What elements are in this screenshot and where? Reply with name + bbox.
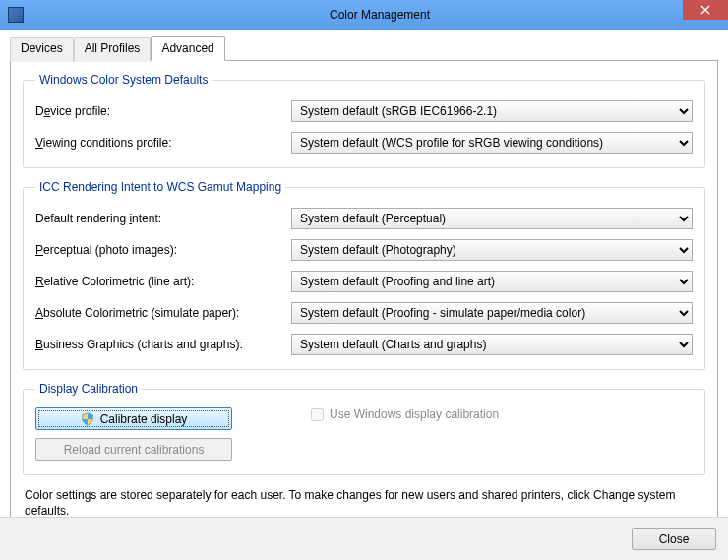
tab-strip: Devices All Profiles Advanced (10, 35, 718, 61)
tab-all-profiles-label: All Profiles (85, 41, 141, 55)
business-combo[interactable]: System default (Charts and graphs) (291, 334, 693, 355)
use-windows-calibration-label: Use Windows display calibration (330, 407, 499, 421)
group-wcs-defaults: Windows Color System Defaults Device pro… (23, 73, 705, 168)
absolute-label: Absolute Colorimetric (simulate paper): (35, 306, 291, 320)
viewing-conditions-label: Viewing conditions profile: (35, 136, 291, 150)
close-button[interactable]: Close (632, 528, 716, 550)
calibration-content: Calibrate display Reload current calibra… (35, 405, 693, 461)
group-icc-mapping: ICC Rendering Intent to WCS Gamut Mappin… (23, 180, 705, 370)
default-intent-combo[interactable]: System default (Perceptual) (291, 208, 693, 229)
uac-shield-icon (81, 412, 94, 426)
row-default-intent: Default rendering intent: System default… (35, 208, 693, 229)
row-device-profile: Device profile: System default (sRGB IEC… (35, 100, 693, 122)
default-intent-label: Default rendering intent: (35, 212, 291, 225)
calibrate-display-label: Calibrate display (100, 412, 188, 426)
close-icon (700, 5, 710, 15)
use-windows-calibration-row: Use Windows display calibration (311, 407, 499, 421)
tab-panel-advanced: Windows Color System Defaults Device pro… (10, 61, 718, 560)
row-business: Business Graphics (charts and graphs): S… (35, 334, 693, 355)
device-profile-combo[interactable]: System default (sRGB IEC61966-2.1) (291, 100, 693, 122)
absolute-combo[interactable]: System default (Proofing - simulate pape… (291, 302, 693, 324)
group-wcs-defaults-legend: Windows Color System Defaults (35, 73, 212, 87)
window-close-button[interactable] (683, 0, 728, 20)
tab-devices[interactable]: Devices (10, 37, 74, 62)
tab-devices-label: Devices (21, 41, 63, 55)
dialog-content: Devices All Profiles Advanced Windows Co… (0, 30, 728, 560)
device-profile-label: Device profile: (35, 104, 291, 118)
row-viewing-conditions: Viewing conditions profile: System defau… (35, 132, 693, 154)
row-perceptual: Perceptual (photo images): System defaul… (35, 239, 693, 261)
group-display-calibration-legend: Display Calibration (35, 382, 142, 396)
tab-advanced[interactable]: Advanced (151, 36, 224, 61)
tab-advanced-label: Advanced (161, 41, 213, 55)
perceptual-label: Perceptual (photo images): (35, 243, 291, 257)
app-icon (8, 7, 24, 23)
calibrate-display-button[interactable]: Calibrate display (35, 407, 232, 430)
relative-combo[interactable]: System default (Proofing and line art) (291, 271, 693, 292)
window-titlebar: Color Management (0, 0, 728, 30)
reload-calibrations-button[interactable]: Reload current calibrations (35, 438, 232, 461)
business-label: Business Graphics (charts and graphs): (35, 338, 291, 351)
footer-note: Color settings are stored separately for… (25, 487, 703, 519)
reload-calibrations-label: Reload current calibrations (64, 443, 205, 457)
tab-all-profiles[interactable]: All Profiles (74, 37, 152, 62)
perceptual-combo[interactable]: System default (Photography) (291, 239, 693, 261)
viewing-conditions-combo[interactable]: System default (WCS profile for sRGB vie… (291, 132, 693, 154)
relative-label: Relative Colorimetric (line art): (35, 275, 291, 288)
close-button-label: Close (659, 532, 690, 546)
use-windows-calibration-checkbox[interactable] (311, 408, 324, 421)
calibration-buttons: Calibrate display Reload current calibra… (35, 407, 252, 461)
window-title: Color Management (31, 8, 728, 22)
group-display-calibration: Display Calibration Calibrate display Re… (23, 382, 705, 475)
row-relative: Relative Colorimetric (line art): System… (35, 271, 693, 292)
row-absolute: Absolute Colorimetric (simulate paper): … (35, 302, 693, 324)
group-icc-mapping-legend: ICC Rendering Intent to WCS Gamut Mappin… (35, 180, 285, 194)
dialog-footer: Close (0, 517, 728, 560)
